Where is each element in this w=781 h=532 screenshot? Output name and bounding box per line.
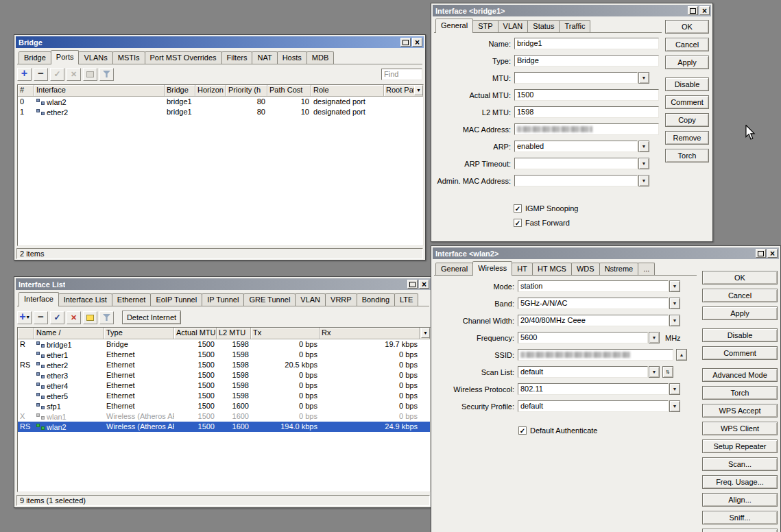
column-header-type[interactable]: Type xyxy=(104,328,174,339)
column-header-role[interactable]: Role xyxy=(311,85,384,96)
arp-field[interactable]: enabled xyxy=(514,141,638,152)
tab-traffic[interactable]: Traffic xyxy=(559,20,590,32)
remove-button[interactable]: Remove xyxy=(665,131,709,145)
column-header-bridge[interactable]: Bridge xyxy=(165,85,195,96)
interface-row-ether3[interactable]: ether3Ethernet150015980 bps0 bps xyxy=(18,370,430,380)
column-header-flags[interactable] xyxy=(18,328,34,339)
sniff-button[interactable]: Sniff... xyxy=(702,511,778,524)
tab-ethernet[interactable]: Ethernet xyxy=(112,293,152,306)
actual-mtu-field[interactable]: 1500 xyxy=(514,89,659,101)
tab-filters[interactable]: Filters xyxy=(221,51,253,64)
add-icon[interactable]: + xyxy=(17,68,32,81)
disable-button[interactable]: Disable xyxy=(665,77,709,91)
disable-icon[interactable]: ✕ xyxy=(67,68,81,81)
restore-button[interactable] xyxy=(400,38,411,47)
bridge1-titlebar[interactable]: Interface <bridge1> xyxy=(433,5,711,16)
restore-button[interactable] xyxy=(688,6,698,15)
checkbox-fast-forward[interactable]: ✓ xyxy=(514,219,522,227)
restore-button[interactable] xyxy=(407,280,418,289)
close-button[interactable] xyxy=(412,38,422,47)
ssid-field[interactable] xyxy=(518,349,673,361)
checkbox-igmp-snooping[interactable]: ✓ xyxy=(514,204,522,213)
align-button[interactable]: Align... xyxy=(702,493,778,507)
enable-icon[interactable]: ✓ xyxy=(50,68,64,81)
ok-button[interactable]: OK xyxy=(665,20,709,34)
security-profile-field[interactable]: default xyxy=(518,400,669,412)
dropdown-arrow-icon[interactable]: ▼ xyxy=(638,175,649,186)
tab-hosts[interactable]: Hosts xyxy=(277,51,307,64)
tab-eoip-tunnel[interactable]: EoIP Tunnel xyxy=(150,293,202,306)
tab-ht[interactable]: HT xyxy=(512,263,533,275)
scan-list-field[interactable]: default xyxy=(518,366,648,378)
wps-accept-button[interactable]: WPS Accept xyxy=(702,404,778,418)
dropdown-arrow-icon[interactable]: ▼ xyxy=(669,383,680,395)
close-button[interactable] xyxy=(767,249,778,258)
setup-repeater-button[interactable]: Setup Repeater xyxy=(702,439,778,453)
column-header-tx[interactable]: Tx xyxy=(251,328,320,339)
channel-width-field[interactable]: 20/40/80MHz Ceee xyxy=(518,315,669,326)
tab-interface-list[interactable]: Interface List xyxy=(58,293,112,306)
cancel-button[interactable]: Cancel xyxy=(702,289,778,302)
column-header-priority-h[interactable]: Priority (h xyxy=(226,85,267,96)
add-icon[interactable]: +▾ xyxy=(17,311,32,324)
bridge-port-row[interactable]: 0wlan2bridge18010designated port xyxy=(18,97,423,107)
dropdown-arrow-icon[interactable]: ▼ xyxy=(638,158,649,169)
scan-button[interactable]: Scan... xyxy=(702,457,778,471)
l2-mtu-field[interactable]: 1598 xyxy=(514,106,659,118)
tab-interface[interactable]: Interface xyxy=(19,292,59,306)
interface-row-ether5[interactable]: ether5Ethernet150015980 bps0 bps xyxy=(18,391,430,401)
name-field[interactable]: bridge1 xyxy=(514,38,659,49)
wireless-protocol-field[interactable]: 802.11 xyxy=(518,383,669,395)
dropdown-arrow-icon[interactable]: ▼ xyxy=(638,72,649,84)
tab-vrrp[interactable]: VRRP xyxy=(325,293,357,306)
interface-row-ether2[interactable]: RSether2Ethernet1500159820.5 kbps0 bps xyxy=(18,360,430,370)
column-header-actual-mtu[interactable]: Actual MTU xyxy=(174,328,217,339)
tab-vlan[interactable]: VLAN xyxy=(498,20,529,32)
frequency-field[interactable]: 5600 xyxy=(518,332,648,343)
close-button[interactable] xyxy=(699,6,710,15)
mac-address-field[interactable] xyxy=(514,123,659,135)
tab-stp[interactable]: STP xyxy=(472,20,498,32)
column-header-col[interactable]: # xyxy=(18,85,34,96)
tab-vlan[interactable]: VLAN xyxy=(295,293,326,306)
disable-icon[interactable]: ✕ xyxy=(67,311,81,324)
tab-gre-tunnel[interactable]: GRE Tunnel xyxy=(243,293,296,306)
dropdown-arrow-icon[interactable]: ▼ xyxy=(669,315,680,326)
copy-button[interactable]: Copy xyxy=(665,113,709,127)
clipped-button[interactable] xyxy=(702,529,778,532)
torch-button[interactable]: Torch xyxy=(665,149,709,162)
checkbox-default-authenticate[interactable]: ✓ xyxy=(518,426,527,435)
comment-icon[interactable] xyxy=(83,68,97,81)
remove-icon[interactable]: − xyxy=(34,68,48,81)
dropdown-arrow-icon[interactable]: ▼ xyxy=(669,298,680,309)
tab-vlans[interactable]: VLANs xyxy=(78,51,112,64)
tab-lte[interactable]: LTE xyxy=(394,293,418,306)
close-button[interactable] xyxy=(419,280,429,289)
cancel-button[interactable]: Cancel xyxy=(665,38,709,51)
tab-mdb[interactable]: MDB xyxy=(307,51,334,64)
tab-bridge[interactable]: Bridge xyxy=(19,51,51,64)
find-input[interactable] xyxy=(381,69,422,80)
tab-general[interactable]: General xyxy=(435,263,473,275)
collapse-arrow-icon[interactable]: ▲ xyxy=(676,349,687,361)
comment-button[interactable]: Comment xyxy=(702,346,778,360)
interface-list-titlebar[interactable]: Interface List xyxy=(16,278,431,290)
admin-mac-address-field[interactable] xyxy=(514,175,638,186)
mtu-field[interactable] xyxy=(514,72,638,84)
column-header-l2-mtu[interactable]: L2 MTU xyxy=(217,328,251,339)
tab-ports[interactable]: Ports xyxy=(51,50,80,64)
filter-icon[interactable] xyxy=(99,311,114,324)
column-sort-button[interactable] xyxy=(421,328,430,338)
interface-row-ether4[interactable]: ether4Ethernet150015980 bps0 bps xyxy=(18,380,430,391)
comment-button[interactable]: Comment xyxy=(665,95,709,109)
interface-row-ether1[interactable]: ether1Ethernet150015980 bps0 bps xyxy=(18,350,430,360)
column-header-path-cost[interactable]: Path Cost xyxy=(267,85,311,96)
mode-field[interactable]: station xyxy=(518,280,669,292)
up-down-icon[interactable]: ⇅ xyxy=(662,366,673,378)
dropdown-arrow-icon[interactable]: ▼ xyxy=(669,280,680,292)
tab-status[interactable]: Status xyxy=(527,20,560,32)
tab-mstis[interactable]: MSTIs xyxy=(112,51,145,64)
torch-button[interactable]: Torch xyxy=(702,386,778,400)
ok-button[interactable]: OK xyxy=(702,271,778,285)
dropdown-arrow-icon[interactable]: ▼ xyxy=(649,332,660,343)
